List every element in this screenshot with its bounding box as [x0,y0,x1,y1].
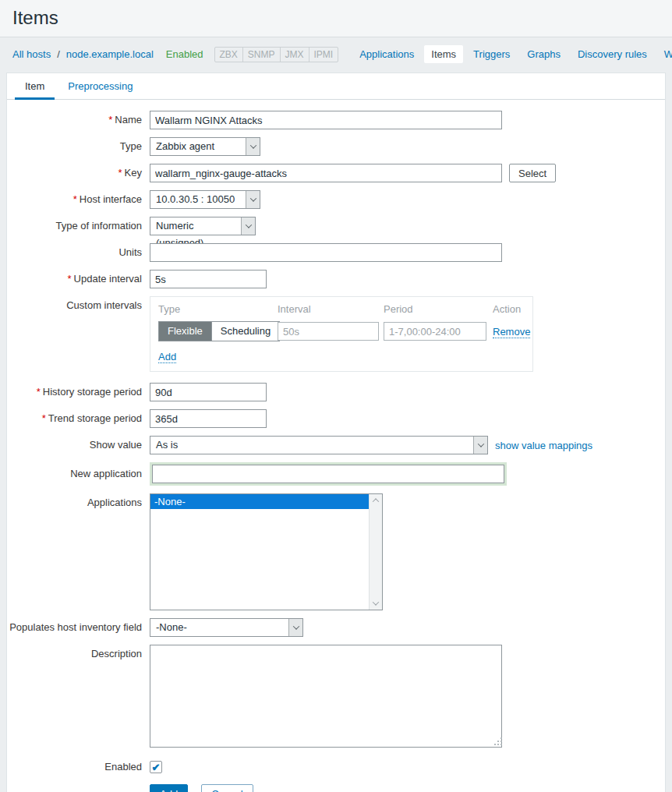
form-row-update-interval: *Update interval [7,270,653,288]
chevron-down-icon [246,191,260,208]
chevron-down-icon [288,619,302,636]
interval-type-scheduling[interactable]: Scheduling [211,322,279,341]
enabled-checkbox[interactable]: ✔ [150,761,162,773]
type-of-information-label: Type of information [7,217,150,235]
show-value-select[interactable]: As is [150,436,488,454]
key-label: Key [125,167,142,179]
type-of-information-select[interactable]: Numeric (unsigned) [150,217,256,235]
nav-triggers[interactable]: Triggers [466,45,517,63]
nav-web-scenarios[interactable]: Web scenarios [657,45,672,63]
item-form: *Name Type Zabbix agent *Key Select [7,100,665,792]
units-label: Units [7,243,150,262]
history-label: History storage period [43,386,142,398]
form-row-history: *History storage period [7,383,653,401]
listbox-scrollbar[interactable] [369,494,382,610]
interface-availability-badges: ZBX SNMP JMX IPMI [214,47,339,62]
breadcrumb-all-hosts[interactable]: All hosts [12,48,51,60]
flexible-interval-input[interactable] [278,322,379,341]
cancel-button[interactable]: Cancel [201,784,253,792]
units-input[interactable] [150,243,502,262]
scroll-down-icon[interactable] [373,599,379,605]
breadcrumb-separator: / [57,48,60,60]
remove-interval-link[interactable]: Remove [493,326,530,338]
breadcrumb-host[interactable]: node.example.local [66,48,154,60]
tab-item[interactable]: Item [15,73,55,100]
host-interface-label: Host interface [80,193,142,205]
form-row-buttons: Add Cancel [7,781,653,792]
inventory-select[interactable]: -None- [150,618,303,637]
required-marker: * [118,167,122,179]
type-label: Type [7,137,150,156]
host-status-badge: Enabled [166,48,203,60]
inventory-select-value: -None- [150,619,288,636]
chevron-down-icon [246,138,260,155]
required-marker: * [37,386,41,398]
applications-option-none[interactable]: -None- [150,494,369,509]
ci-col-type: Type [158,303,278,321]
nav-discovery-rules[interactable]: Discovery rules [571,45,654,63]
form-row-type-of-information: Type of information Numeric (unsigned) [7,217,653,235]
nav-items[interactable]: Items [424,45,463,63]
update-interval-input[interactable] [150,270,267,288]
inventory-label: Populates host inventory field [7,618,150,637]
description-label: Description [7,645,150,663]
form-row-trends: *Trend storage period [7,409,653,428]
new-application-input[interactable] [152,465,504,483]
update-interval-label: Update interval [74,273,142,285]
applications-listbox[interactable]: -None- [150,493,383,610]
page-title: Items [12,7,660,29]
form-row-host-interface: *Host interface 10.0.30.5 : 10050 [7,190,653,209]
show-value-select-value: As is [150,437,473,454]
description-textarea[interactable] [150,645,502,748]
form-row-inventory: Populates host inventory field -None- [7,618,653,637]
resize-grip-icon[interactable] [497,744,499,745]
flexible-period-input[interactable] [384,322,486,341]
trend-storage-input[interactable] [150,409,267,428]
badge-jmx: JMX [280,48,309,62]
applications-label: Applications [7,493,150,512]
item-form-card: Item Preprocessing *Name Type Zabbix age… [6,72,666,792]
form-row-name: *Name [7,111,653,129]
custom-intervals-label: Custom intervals [7,296,150,315]
page-header: Items [0,0,672,37]
custom-intervals-fieldset: Type Interval Period Action Flexible Sch… [150,296,533,372]
badge-ipmi: IPMI [309,48,338,62]
enabled-label: Enabled [7,761,150,773]
interval-type-flexible[interactable]: Flexible [159,322,211,341]
type-of-information-select-value: Numeric (unsigned) [150,217,241,235]
nav-graphs[interactable]: Graphs [520,45,568,63]
type-select-value: Zabbix agent [150,138,246,155]
ci-col-interval: Interval [278,303,384,321]
name-input[interactable] [150,111,502,129]
form-row-units: Units [7,243,653,262]
tab-preprocessing[interactable]: Preprocessing [58,73,143,100]
form-row-custom-intervals: Custom intervals Type Interval Period Ac… [7,296,653,372]
chevron-down-icon [473,437,487,454]
key-select-button[interactable]: Select [509,164,556,182]
form-row-type: Type Zabbix agent [7,137,653,156]
ci-col-action: Action [493,303,530,321]
type-select[interactable]: Zabbix agent [150,137,260,156]
form-tabs: Item Preprocessing [7,73,665,100]
host-interface-select-value: 10.0.30.5 : 10050 [150,191,246,208]
breadcrumb: All hosts / node.example.local Enabled Z… [0,37,672,72]
trend-label: Trend storage period [48,412,142,424]
new-application-label: New application [7,462,150,486]
ci-col-period: Period [384,303,493,321]
required-marker: * [67,273,71,285]
chevron-down-icon [241,217,255,235]
name-label: Name [115,114,142,126]
nav-applications[interactable]: Applications [352,45,421,63]
show-value-mappings-link[interactable]: show value mappings [495,440,592,451]
host-interface-select[interactable]: 10.0.30.5 : 10050 [150,190,260,209]
form-row-applications: Applications -None- [7,493,653,610]
scroll-up-icon[interactable] [373,498,379,504]
host-nav: Applications Items Triggers Graphs Disco… [352,45,672,63]
key-input[interactable] [150,164,502,182]
history-storage-input[interactable] [150,383,267,401]
add-interval-link[interactable]: Add [158,351,176,363]
badge-snmp: SNMP [242,48,280,62]
required-marker: * [73,193,77,205]
add-button[interactable]: Add [150,784,188,792]
new-application-highlight [150,462,507,486]
